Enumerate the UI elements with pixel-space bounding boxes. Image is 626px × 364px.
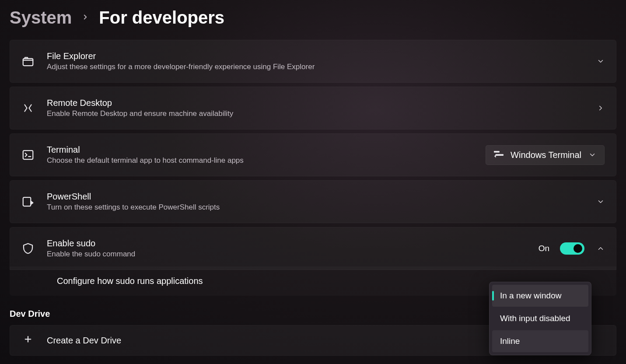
card-text: Enable sudo Enable the sudo command (47, 238, 526, 259)
powershell-card[interactable]: PowerShell Turn on these settings to exe… (10, 180, 616, 223)
remote-desktop-icon (21, 102, 35, 115)
chevron-down-icon (597, 57, 605, 65)
svg-rect-3 (494, 151, 500, 153)
breadcrumb: System For developers (10, 8, 616, 28)
card-desc: Enable Remote Desktop and ensure machine… (47, 109, 584, 118)
shield-icon (21, 242, 35, 255)
terminal-app-icon (494, 151, 504, 159)
drive-plus-icon (21, 334, 35, 347)
card-title: Enable sudo (47, 238, 526, 248)
terminal-app-dropdown[interactable]: Windows Terminal (486, 145, 605, 165)
card-desc: Enable the sudo command (47, 250, 526, 259)
card-desc: Adjust these settings for a more develop… (47, 63, 584, 71)
chevron-down-icon (597, 198, 605, 206)
card-text: File Explorer Adjust these settings for … (47, 51, 584, 71)
breadcrumb-parent[interactable]: System (10, 8, 72, 28)
svg-rect-1 (23, 150, 33, 159)
sudo-mode-popup: In a new window With input disabled Inli… (489, 282, 591, 355)
card-title: Remote Desktop (47, 98, 584, 108)
page-title: For developers (99, 8, 224, 28)
card-desc: Choose the default terminal app to host … (47, 156, 473, 165)
enable-sudo-card[interactable]: Enable sudo Enable the sudo command On (10, 227, 616, 270)
chevron-up-icon (597, 245, 605, 252)
card-text: Terminal Choose the default terminal app… (47, 145, 473, 165)
popup-option-inline[interactable]: Inline (492, 330, 588, 352)
folder-icon (21, 55, 35, 68)
toggle-knob (574, 244, 582, 253)
svg-rect-4 (496, 154, 504, 156)
card-text: Remote Desktop Enable Remote Desktop and… (47, 98, 584, 118)
terminal-card: Terminal Choose the default terminal app… (10, 133, 616, 176)
powershell-icon (21, 195, 35, 208)
terminal-dropdown-wrap: Windows Terminal (486, 145, 605, 165)
popup-option-input-disabled[interactable]: With input disabled (492, 308, 588, 329)
terminal-icon (21, 148, 35, 161)
toggle-state-label: On (539, 244, 549, 253)
file-explorer-card[interactable]: File Explorer Adjust these settings for … (10, 40, 616, 83)
svg-rect-0 (23, 59, 33, 66)
svg-marker-5 (494, 154, 496, 158)
chevron-right-icon (81, 10, 89, 25)
chevron-down-icon (588, 151, 596, 159)
card-title: Terminal (47, 145, 473, 155)
sudo-toggle[interactable] (560, 242, 584, 255)
svg-rect-6 (23, 197, 31, 206)
dropdown-value: Windows Terminal (511, 150, 581, 160)
chevron-right-icon (597, 104, 605, 112)
popup-option-new-window[interactable]: In a new window (492, 285, 588, 307)
sudo-toggle-wrap: On (539, 242, 605, 255)
card-title: PowerShell (47, 192, 584, 202)
card-desc: Turn on these settings to execute PowerS… (47, 203, 584, 212)
remote-desktop-card[interactable]: Remote Desktop Enable Remote Desktop and… (10, 87, 616, 130)
card-title: File Explorer (47, 51, 584, 61)
card-text: PowerShell Turn on these settings to exe… (47, 192, 584, 212)
